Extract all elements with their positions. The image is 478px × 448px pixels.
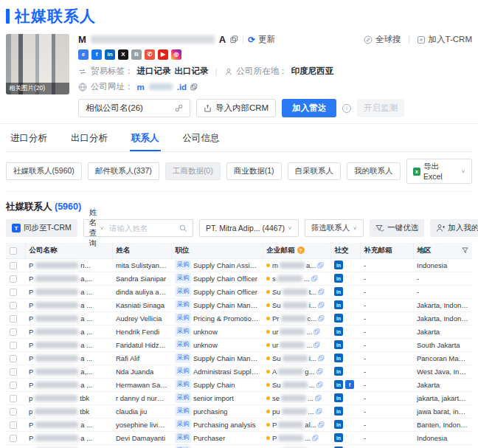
social-cell: in [330,325,360,338]
copy-icon[interactable] [311,275,318,282]
copy-icon[interactable] [316,408,322,415]
name-search-input[interactable] [109,224,174,232]
row-checkbox[interactable] [10,355,17,362]
export-excel-button[interactable]: x 导出 Excel ∨ [406,159,472,184]
youtube-icon[interactable]: ▶ [158,49,168,60]
row-checkbox[interactable] [10,382,17,389]
row-checkbox[interactable] [10,328,17,336]
copy-icon[interactable] [190,83,198,91]
email-cell: Su... [263,378,330,391]
col-social[interactable]: 社交 [330,243,360,258]
name-query-dropdown[interactable]: 姓名查询∨ [84,207,109,249]
linkedin-icon[interactable]: in [334,433,343,442]
extra-email: - [360,325,413,338]
tab-3[interactable]: 公司信息 [181,125,221,151]
facebook-icon[interactable]: f [91,49,102,60]
source-button-3[interactable]: 商业数据(1) [226,162,282,180]
linkedin-icon[interactable]: in [334,393,343,402]
blog-icon[interactable]: B [131,49,142,60]
filter-contacts-select[interactable]: 筛选联系人 ∨ [305,219,364,237]
row-checkbox[interactable] [10,435,17,442]
row-checkbox[interactable] [10,421,17,429]
source-button-1[interactable]: 邮件联系人(337) [88,162,159,180]
linkedin-icon[interactable]: in [334,261,343,269]
website-prefix[interactable]: m [137,83,145,92]
related-photos-label[interactable]: 相关图片(20) [6,83,69,94]
global-search-link[interactable]: 全球搜 [364,34,401,45]
tab-2[interactable]: 联系人 [130,125,161,151]
source-button-5[interactable]: 我的联系人 [347,162,401,180]
facebook-icon[interactable]: f [345,380,354,389]
company-filter-select[interactable]: PT. Mitra Adip... (4467) ∨ [199,219,299,237]
row-checkbox[interactable] [10,368,17,376]
copy-icon[interactable] [314,328,320,335]
copy-icon[interactable] [315,395,322,402]
sync-tcrm-button[interactable]: T 同步至T-CRM [6,219,77,237]
linkedin-icon[interactable]: in [334,380,343,389]
linkedin-icon[interactable]: in [334,300,343,309]
linkedin-icon[interactable]: in [334,367,343,376]
copy-icon[interactable] [318,421,325,428]
linkedin-icon[interactable]: in [334,340,343,349]
linkedin-icon[interactable]: in [105,49,115,60]
join-tcrm-link[interactable]: 加入T-CRM [417,34,472,45]
copy-icon[interactable] [318,289,325,295]
instagram-icon[interactable]: ◎ [171,49,181,60]
similar-companies-button[interactable]: 相似公司名(26) [78,99,190,117]
website-icon[interactable]: e [78,49,89,60]
source-button-2[interactable]: 工商数据(0) [165,162,221,180]
col-extra-email[interactable]: 补充邮箱 [360,243,413,258]
row-checkbox[interactable] [10,302,17,309]
linkedin-icon[interactable]: in [334,354,343,362]
copy-icon[interactable] [314,342,320,348]
row-checkbox[interactable] [10,342,17,349]
add-my-contacts-button[interactable]: 加入我的联系人 [430,219,478,237]
divider: | [215,67,218,76]
add-radar-button[interactable]: 加入雷达 [282,99,336,117]
linkedin-icon[interactable]: in [334,420,343,429]
row-checkbox[interactable] [10,262,17,269]
row-checkbox[interactable] [10,315,17,323]
linkedin-icon[interactable]: in [334,274,343,283]
copy-icon[interactable] [230,35,238,44]
source-button-4[interactable]: 自采联系人 [288,162,342,180]
linkedin-icon[interactable]: in [334,407,343,416]
trade-tag-import[interactable]: 进口记录 [137,66,171,77]
col-region[interactable]: 地区 [413,243,472,258]
col-name[interactable]: 姓名 [112,243,171,258]
monitor-button[interactable]: 开启监测 [357,99,404,117]
copy-icon[interactable] [312,435,319,441]
linkedin-icon[interactable]: in [334,314,343,323]
x-icon[interactable]: X [118,49,128,60]
copy-icon[interactable] [316,368,323,375]
copy-icon[interactable] [317,262,324,269]
select-all-checkbox[interactable] [10,247,17,255]
copy-icon[interactable] [318,355,325,362]
col-email[interactable]: 企业邮箱? [263,243,330,258]
one-click-optimize-button[interactable]: 一键优选 [370,219,424,237]
trade-tag-export[interactable]: 出口记录 [175,66,209,77]
row-checkbox[interactable] [10,408,17,416]
phone-icon[interactable]: ✆ [145,49,155,60]
email-help-icon[interactable]: ? [297,247,305,254]
import-crm-button[interactable]: 导入内部CRM [196,99,276,117]
tab-1[interactable]: 出口分析 [69,125,109,151]
source-button-0[interactable]: 社媒联系人(5960) [6,162,82,180]
row-checkbox[interactable] [10,275,17,283]
copy-icon[interactable] [316,382,323,388]
linkedin-icon[interactable]: in [334,327,343,336]
contact-name: Rafi Alif [112,351,171,365]
tab-0[interactable]: 进口分析 [9,125,49,151]
copy-icon[interactable] [318,315,325,322]
search-button[interactable] [174,224,193,232]
website-suffix[interactable]: .id [177,83,187,92]
linkedin-icon[interactable]: in [334,287,343,296]
row-checkbox[interactable] [10,289,17,296]
company-photo[interactable]: 相关图片(20) [6,34,69,94]
copy-icon[interactable] [318,302,325,309]
filter-funnel-icon[interactable] [462,247,468,254]
col-position[interactable]: 职位 [171,243,263,258]
refresh-button[interactable]: ⟳更新 [248,34,275,45]
row-checkbox[interactable] [10,395,17,402]
info-icon[interactable]: i [342,104,351,113]
